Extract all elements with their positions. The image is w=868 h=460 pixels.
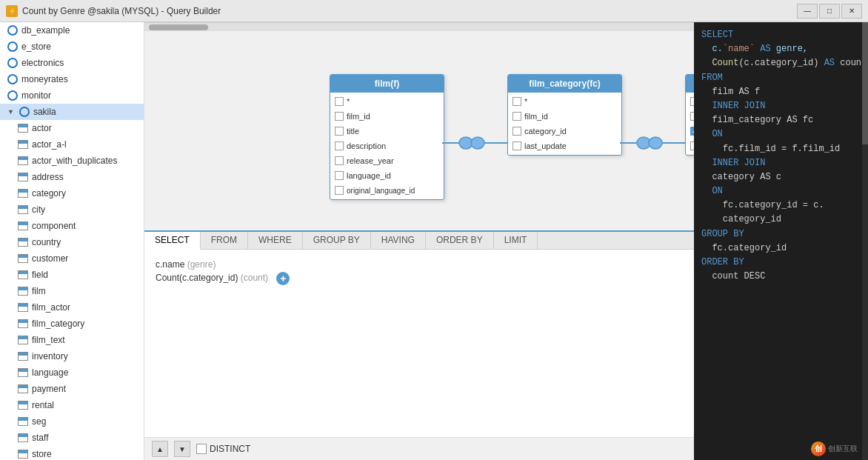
sidebar-item-country[interactable]: country <box>0 234 144 250</box>
table-row[interactable]: language_id <box>330 168 444 183</box>
sidebar-label: store <box>32 449 52 459</box>
checkbox[interactable] <box>335 97 344 106</box>
table-row[interactable]: * <box>686 94 694 109</box>
tab-limit[interactable]: LIMIT <box>494 232 538 249</box>
tab-order-by[interactable]: ORDER BY <box>426 232 494 249</box>
table-row[interactable]: category_id <box>686 109 694 124</box>
tab-where[interactable]: WHERE <box>248 232 303 249</box>
sql-line-count: Count(c.category_id) AS count <box>701 56 856 70</box>
watermark-text: 创新互联 <box>828 444 858 454</box>
sidebar-item-sakila[interactable]: ▼ sakila <box>0 104 144 120</box>
sidebar-item-store[interactable]: store <box>0 446 144 460</box>
sidebar-item-actor[interactable]: actor <box>0 120 144 136</box>
checkbox[interactable] <box>335 186 344 195</box>
table-row[interactable]: name <box>686 124 694 139</box>
table-icon <box>18 205 28 214</box>
sidebar-item-seg[interactable]: seg <box>0 413 144 430</box>
sidebar-label: category <box>32 188 66 199</box>
move-up-button[interactable]: ▲ <box>152 441 168 457</box>
table-row[interactable]: category_id <box>508 124 621 139</box>
qb-canvas[interactable]: film(f) * film_id title description rele… <box>144 22 694 230</box>
sidebar-item-db-example[interactable]: db_example <box>0 22 144 39</box>
table-row[interactable]: film_id <box>508 109 621 124</box>
sidebar-item-actor-with-duplicates[interactable]: actor_with_duplicates <box>0 153 144 169</box>
table-icon <box>18 156 28 165</box>
sidebar-item-payment[interactable]: payment <box>0 381 144 397</box>
sidebar-item-e-store[interactable]: e_store <box>0 39 144 55</box>
table-row[interactable]: * <box>508 94 621 109</box>
checkbox[interactable] <box>513 141 521 150</box>
tab-group-by[interactable]: GROUP BY <box>303 232 371 249</box>
minimize-button[interactable]: — <box>797 4 818 19</box>
checkbox[interactable] <box>513 112 521 121</box>
checkbox[interactable] <box>335 141 344 150</box>
table-row[interactable]: * <box>330 94 444 109</box>
checkbox[interactable] <box>335 112 344 121</box>
sidebar-item-film-category[interactable]: film_category <box>0 316 144 332</box>
sidebar-item-language[interactable]: language <box>0 364 144 381</box>
db-icon <box>7 74 18 84</box>
sql-line-on-1: ON <box>701 127 856 141</box>
sql-line-film-category: film_category AS fc <box>701 113 856 127</box>
table-film: film(f) * film_id title description rele… <box>330 74 444 200</box>
table-row[interactable]: release_year <box>330 153 444 168</box>
sidebar-label: film_actor <box>32 302 70 313</box>
distinct-checkbox[interactable] <box>196 444 207 454</box>
sidebar-label: rental <box>32 400 54 410</box>
checkbox[interactable] <box>335 127 344 136</box>
close-button[interactable]: ✕ <box>841 4 862 19</box>
table-row[interactable]: original_language_id <box>330 183 444 198</box>
checkbox[interactable] <box>513 97 521 106</box>
sql-line-group-by: GROUP BY <box>701 227 856 241</box>
sidebar-item-inventory[interactable]: inventory <box>0 348 144 364</box>
sidebar-item-film-actor[interactable]: film_actor <box>0 299 144 316</box>
table-category-body: * category_id name last_update <box>686 93 694 155</box>
table-row[interactable]: description <box>330 139 444 153</box>
sidebar-label: film <box>32 286 46 296</box>
move-down-button[interactable]: ▼ <box>174 441 190 457</box>
sidebar-label: electronics <box>21 58 64 68</box>
checkbox[interactable] <box>513 127 521 136</box>
distinct-checkbox-container[interactable]: DISTINCT <box>196 444 250 454</box>
v-scrollbar[interactable] <box>862 22 868 460</box>
table-icon <box>18 303 28 312</box>
sql-line-group-field: fc.category_id <box>701 241 856 256</box>
checkbox[interactable] <box>335 171 344 180</box>
table-icon <box>18 352 28 361</box>
checkbox[interactable] <box>335 156 344 165</box>
sidebar-item-film-text[interactable]: film_text <box>0 332 144 348</box>
tab-from[interactable]: FROM <box>201 232 248 249</box>
sidebar-label: db_example <box>21 25 70 36</box>
sidebar-item-moneyrates[interactable]: moneyrates <box>0 71 144 87</box>
qb-inner: film(f) * film_id title description rele… <box>144 22 694 222</box>
sidebar-item-film[interactable]: film <box>0 283 144 299</box>
tab-select[interactable]: SELECT <box>144 232 201 250</box>
db-icon <box>7 90 18 101</box>
sidebar-item-city[interactable]: city <box>0 201 144 218</box>
sidebar-item-component[interactable]: component <box>0 218 144 234</box>
sql-line-inner-join-2: INNER JOIN <box>701 156 856 170</box>
table-row[interactable]: last_update <box>686 139 694 153</box>
sidebar-item-actor-al[interactable]: actor_a-l <box>0 136 144 153</box>
maximize-button[interactable]: □ <box>819 4 840 19</box>
table-row[interactable]: film_id <box>330 109 444 124</box>
sidebar-item-field[interactable]: field <box>0 267 144 283</box>
sidebar-item-category[interactable]: category <box>0 185 144 201</box>
sidebar-item-electronics[interactable]: electronics <box>0 55 144 71</box>
sidebar-item-customer[interactable]: customer <box>0 250 144 267</box>
v-scrollbar-thumb[interactable] <box>862 22 868 144</box>
sidebar-item-address[interactable]: address <box>0 169 144 185</box>
sql-line-on-condition-2: fc.category_id = c. <box>701 199 856 213</box>
table-row[interactable]: last_update <box>508 139 621 153</box>
add-field-button[interactable]: + <box>276 272 290 285</box>
select-alias-1: (genre) <box>187 259 216 270</box>
table-row[interactable]: title <box>330 124 444 139</box>
sidebar-item-monitor[interactable]: monitor <box>0 87 144 104</box>
sidebar-item-staff[interactable]: staff <box>0 430 144 446</box>
sql-line-select: SELECT <box>701 28 856 42</box>
table-icon <box>18 384 28 393</box>
sidebar-scroll[interactable]: db_example e_store electronics moneyrate… <box>0 22 144 460</box>
tab-having[interactable]: HAVING <box>371 232 426 249</box>
sql-line-from: FROM <box>701 71 856 85</box>
sidebar-item-rental[interactable]: rental <box>0 397 144 413</box>
